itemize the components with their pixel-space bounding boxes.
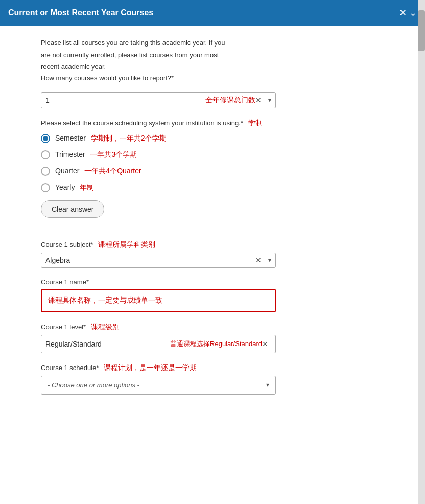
courses-count-section: 1 全年修课总门数 ✕ ▾ bbox=[41, 92, 384, 108]
radio-item-yearly[interactable]: Yearly 年制 bbox=[41, 183, 384, 192]
scrollbar-thumb[interactable] bbox=[418, 10, 425, 51]
description-line1: Please list all courses you are taking t… bbox=[41, 38, 384, 48]
scrollbar-track bbox=[418, 0, 425, 504]
course-name-section: Course 1 name* 课程具体名称，一定要与成绩单一致 bbox=[41, 278, 384, 312]
courses-clear-icon[interactable]: ✕ bbox=[255, 96, 262, 104]
course-level-value: Regular/Standard bbox=[45, 340, 166, 348]
course-level-annotation: 课程级别 bbox=[91, 323, 120, 331]
radio-item-semester[interactable]: Semester 学期制，一年共2个学期 bbox=[41, 134, 384, 143]
chevron-down-icon[interactable]: ✕ ⌄ bbox=[399, 7, 417, 18]
radio-label-quarter: Quarter 一年共4个Quarter bbox=[55, 167, 141, 176]
courses-arrow-icon[interactable]: ▾ bbox=[265, 97, 271, 104]
radio-item-trimester[interactable]: Trimester 一年共3个学期 bbox=[41, 150, 384, 159]
radio-circle-trimester[interactable] bbox=[41, 150, 50, 159]
course-subject-dropdown[interactable]: Algebra ✕ ▾ bbox=[41, 253, 276, 268]
radio-item-quarter[interactable]: Quarter 一年共4个Quarter bbox=[41, 167, 384, 176]
course-schedule-label: Course 1 schedule* 课程计划，是一年还是一学期 bbox=[41, 363, 384, 373]
course-schedule-dropdown[interactable]: - Choose one or more options - ▾ bbox=[41, 376, 276, 395]
course-level-clear-icon[interactable]: ✕ bbox=[262, 340, 268, 348]
courses-question-label: How many courses would you like to repor… bbox=[41, 74, 384, 82]
course-name-label: Course 1 name* bbox=[41, 278, 384, 286]
clear-answer-button[interactable]: Clear answer bbox=[41, 200, 104, 218]
yearly-annotation: 年制 bbox=[80, 183, 94, 191]
scheduling-section: Please select the course scheduling syst… bbox=[41, 119, 384, 230]
course-schedule-section: Course 1 schedule* 课程计划，是一年还是一学期 - Choos… bbox=[41, 363, 384, 395]
course-name-input[interactable]: 课程具体名称，一定要与成绩单一致 bbox=[41, 289, 276, 312]
course-level-dropdown[interactable]: Regular/Standard 普通课程选择Regular/Standard … bbox=[41, 335, 276, 353]
radio-circle-quarter[interactable] bbox=[41, 167, 50, 176]
courses-count-value: 1 bbox=[45, 96, 201, 104]
header-title: Current or Most Recent Year Courses bbox=[8, 8, 153, 17]
scheduling-annotation: 学制 bbox=[248, 119, 263, 127]
quarter-annotation: 一年共4个Quarter bbox=[84, 167, 141, 175]
description-line3: recent academic year. bbox=[41, 62, 384, 72]
course-schedule-annotation: 课程计划，是一年还是一学期 bbox=[104, 363, 197, 372]
course-schedule-arrow-icon[interactable]: ▾ bbox=[266, 381, 269, 388]
trimester-annotation: 一年共3个学期 bbox=[90, 150, 137, 158]
page-wrapper: Current or Most Recent Year Courses ✕ ⌄ … bbox=[0, 0, 425, 504]
radio-circle-yearly[interactable] bbox=[41, 183, 50, 192]
course-subject-label: Course 1 subject* 课程所属学科类别 bbox=[41, 240, 384, 249]
course-subject-clear-icon[interactable]: ✕ bbox=[255, 256, 262, 264]
course-level-label: Course 1 level* 课程级别 bbox=[41, 323, 384, 332]
description-line2: are not currently enrolled, please list … bbox=[41, 50, 384, 60]
course-subject-value: Algebra bbox=[45, 256, 151, 264]
course-level-section: Course 1 level* 课程级别 Regular/Standard 普通… bbox=[41, 323, 384, 353]
description-section: Please list all courses you are taking t… bbox=[41, 38, 384, 82]
course-subject-annotation: 课程所属学科类别 bbox=[98, 240, 155, 248]
course-level-annotation2: 普通课程选择Regular/Standard bbox=[170, 339, 262, 349]
header-bar: Current or Most Recent Year Courses ✕ ⌄ bbox=[0, 0, 425, 26]
course-subject-section: Course 1 subject* 课程所属学科类别 Algebra ✕ ▾ bbox=[41, 240, 384, 268]
content-area: Please list all courses you are taking t… bbox=[0, 26, 425, 417]
radio-label-yearly: Yearly 年制 bbox=[55, 183, 94, 192]
courses-annotation: 全年修课总门数 bbox=[205, 96, 255, 105]
radio-label-semester: Semester 学期制，一年共2个学期 bbox=[55, 134, 167, 143]
scheduling-label: Please select the course scheduling syst… bbox=[41, 119, 384, 128]
semester-annotation: 学期制，一年共2个学期 bbox=[91, 134, 167, 142]
radio-label-trimester: Trimester 一年共3个学期 bbox=[55, 150, 137, 159]
course-name-placeholder: 课程具体名称，一定要与成绩单一致 bbox=[48, 296, 162, 304]
course-schedule-placeholder: - Choose one or more options - bbox=[48, 381, 266, 389]
course-subject-arrow-icon[interactable]: ▾ bbox=[265, 257, 271, 264]
courses-count-dropdown[interactable]: 1 全年修课总门数 ✕ ▾ bbox=[41, 92, 276, 108]
radio-circle-semester[interactable] bbox=[41, 134, 50, 143]
radio-group: Semester 学期制，一年共2个学期 Trimester 一年共3个学期 bbox=[41, 134, 384, 192]
